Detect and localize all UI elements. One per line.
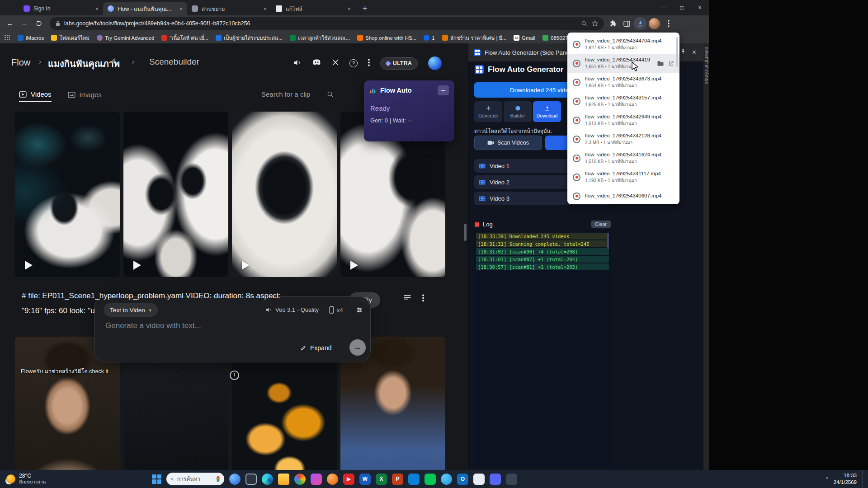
download-item[interactable]: flow_video_1769254343157.mp41,625 KB • 1… xyxy=(567,92,679,111)
tab-close-icon[interactable]: × xyxy=(263,5,267,12)
taskbar-search-input[interactable] xyxy=(177,476,213,482)
taskbar-icon-edge[interactable] xyxy=(262,474,273,485)
flow-logo[interactable]: Flow xyxy=(11,57,30,68)
tab-extensions[interactable]: ส่วนขยาย × xyxy=(187,2,271,15)
tab-flow[interactable]: Flow - แมงกินฟันคุณภาพ × xyxy=(103,2,187,15)
download-item[interactable]: flow_video_1769254341117.mp41,193 KB • 1… xyxy=(567,168,679,187)
widget-minimize-button[interactable]: ─ xyxy=(438,85,449,95)
sound-icon[interactable] xyxy=(293,58,302,69)
download-item[interactable]: flow_video_1769254344704.mp41,927 KB • 1… xyxy=(567,35,679,54)
tab-close-icon[interactable]: × xyxy=(95,5,99,12)
download-item[interactable]: flow_video_17692543444191,651 KB • 1 นาท… xyxy=(567,54,679,73)
taskbar-icon-discord[interactable] xyxy=(490,474,501,485)
bookmark-gemini[interactable]: Try Gemini Advanced xyxy=(94,33,158,42)
tab-close-icon[interactable]: × xyxy=(179,5,183,12)
play-icon[interactable] xyxy=(133,261,141,270)
taskbar-icon-vscode[interactable] xyxy=(408,474,420,485)
close-button[interactable]: × xyxy=(691,0,709,15)
video-thumbnail[interactable] xyxy=(123,112,228,277)
profile-avatar[interactable] xyxy=(649,18,660,29)
bookmark-shop[interactable]: Shop online with HS... xyxy=(354,33,420,42)
downloads-icon[interactable] xyxy=(634,17,646,30)
page-scrollbar[interactable] xyxy=(464,224,467,241)
play-icon[interactable] xyxy=(242,261,250,270)
tab-images[interactable]: Images xyxy=(68,90,102,102)
x-social-icon[interactable] xyxy=(332,59,339,68)
tab-generate[interactable]: Generate xyxy=(474,101,502,122)
bookmark-item[interactable]: เป็นผู้ชายใส่ระบบประสม... xyxy=(212,33,286,43)
taskbar-icon-copilot[interactable] xyxy=(229,474,241,485)
taskbar-clock[interactable]: 18:33 24/1/2569 xyxy=(834,472,857,486)
discord-icon[interactable] xyxy=(312,58,321,69)
bookmark-item[interactable]: ลักชร้าน ราคาพิเศษ | ยื... xyxy=(439,33,509,43)
tab-sign-in[interactable]: Sign In × xyxy=(19,2,103,15)
expand-button[interactable]: Expand xyxy=(300,344,331,352)
bookmark-new-folder[interactable]: โฟลเดอร์ใหม่ xyxy=(48,33,93,43)
tab-close-icon[interactable]: × xyxy=(347,5,351,12)
bookmark-meta[interactable]: 1 xyxy=(420,33,438,42)
taskbar-icon-settings[interactable] xyxy=(506,474,517,485)
download-item[interactable]: flow_video_1769254340607.mp4 xyxy=(567,187,679,204)
captions-icon[interactable] xyxy=(403,294,411,304)
more-options-icon[interactable] xyxy=(368,59,370,68)
log-scrollbar[interactable] xyxy=(607,233,609,249)
bookmark-item[interactable]: เวลาลูกค้าใช้ส่วนลดเ... xyxy=(287,33,353,43)
side-panel-close-icon[interactable]: × xyxy=(690,48,698,56)
taskbar-icon-task-view[interactable] xyxy=(245,474,257,485)
download-item[interactable]: flow_video_1769254341624.mp41,510 KB • 1… xyxy=(567,149,679,168)
widget-header[interactable]: Flow Auto ─ xyxy=(364,80,454,99)
back-icon[interactable]: ← xyxy=(4,17,16,30)
video-thumbnail[interactable] xyxy=(15,112,120,277)
bookmark-star-icon[interactable] xyxy=(591,20,599,27)
zoom-icon[interactable] xyxy=(581,20,588,27)
open-file-icon[interactable] xyxy=(668,61,674,66)
tab-download[interactable]: Download xyxy=(533,101,561,122)
settings-sliders-icon[interactable] xyxy=(356,306,363,315)
scan-videos-button[interactable]: Scan Videos xyxy=(474,136,542,150)
taskbar-icon-line[interactable] xyxy=(425,474,436,485)
taskbar-icon-telegram[interactable] xyxy=(441,474,452,485)
tab-edit-file[interactable]: แก้ไฟล์ × xyxy=(271,2,355,15)
taskbar-icon-powerpoint[interactable]: P xyxy=(392,474,403,485)
download-item[interactable]: flow_video_1769254343673.mp41,654 KB • 1… xyxy=(567,73,679,92)
show-in-folder-icon[interactable] xyxy=(657,61,664,66)
output-count[interactable]: x4 xyxy=(329,306,343,314)
help-icon[interactable]: ? xyxy=(349,59,358,67)
prompt-input[interactable] xyxy=(105,321,295,330)
reload-icon[interactable] xyxy=(33,17,45,30)
taskbar-icon-notepad[interactable] xyxy=(473,474,485,485)
bookmark-item[interactable]: "เนื้อโลหี ต่น เยี่... xyxy=(158,33,212,43)
bookmark-imacros[interactable]: iMacros xyxy=(14,33,47,42)
taskbar-icon-firefox[interactable] xyxy=(327,474,338,485)
side-strip[interactable]: แสดงหน้าต่างทั้งหมด xyxy=(703,43,709,470)
apps-grid-icon[interactable] xyxy=(5,35,11,41)
extensions-puzzle-icon[interactable] xyxy=(607,17,619,30)
clip-more-icon[interactable] xyxy=(422,294,424,304)
start-button[interactable] xyxy=(152,474,161,484)
taskbar-icon-outlook[interactable]: O xyxy=(457,474,468,485)
edit-title-icon[interactable] xyxy=(110,57,117,66)
generate-send-button[interactable]: → xyxy=(349,339,366,356)
taskbar-icon-file-explorer[interactable] xyxy=(278,474,289,485)
pin-icon[interactable] xyxy=(680,48,686,56)
log-console[interactable]: [18:33:39] Downloaded 245 videos [18:31:… xyxy=(474,230,611,467)
browser-menu-icon[interactable] xyxy=(662,17,675,30)
play-icon[interactable] xyxy=(350,261,358,270)
taskbar-search[interactable] xyxy=(166,473,224,485)
minimize-button[interactable]: ─ xyxy=(655,0,673,15)
bookmark-gmail[interactable]: MGmail xyxy=(510,33,538,42)
clip-search-input[interactable] xyxy=(261,90,322,98)
taskbar-icon-word[interactable]: W xyxy=(359,474,371,485)
video-thumbnail[interactable] xyxy=(232,112,337,277)
popup-scrollbar[interactable] xyxy=(676,37,678,67)
play-icon[interactable] xyxy=(25,261,33,270)
side-panel-icon[interactable] xyxy=(620,17,633,30)
weather-widget[interactable]: 28°C มีเมฆบางส่วน xyxy=(3,470,49,488)
tray-chevron-icon[interactable]: ^ xyxy=(826,476,828,482)
account-avatar[interactable] xyxy=(428,56,442,70)
taskbar-icon-chrome[interactable] xyxy=(294,474,306,485)
maximize-button[interactable]: □ xyxy=(673,0,691,15)
taskbar-icon-excel[interactable]: X xyxy=(376,474,387,485)
url-bar[interactable]: labs.google/fx/tools/flow/project/489eb9… xyxy=(50,17,604,30)
show-desktop-button[interactable] xyxy=(862,470,863,488)
